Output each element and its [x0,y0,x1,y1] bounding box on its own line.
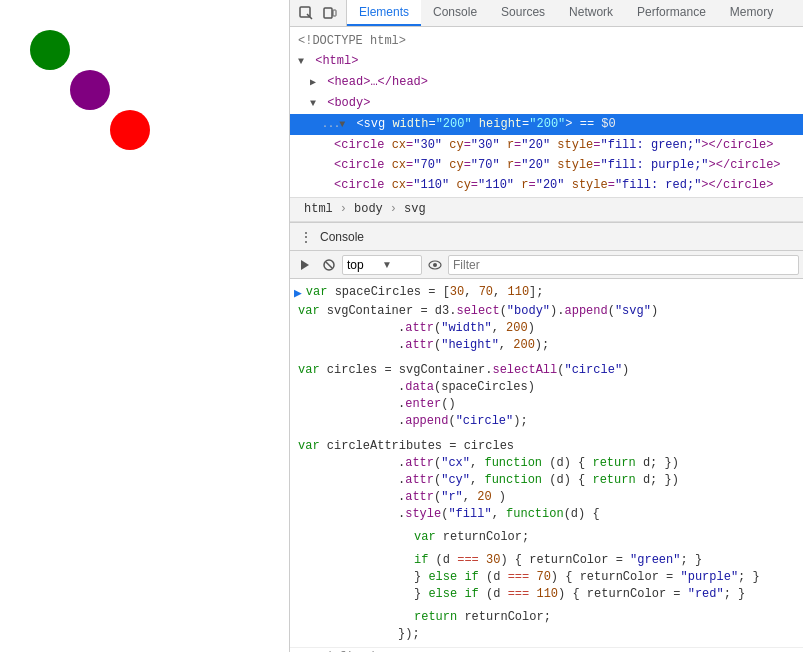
breadcrumb: html › body › svg [290,197,803,222]
expand-head[interactable] [310,74,320,92]
devtools-nav: Elements Console Sources Network Perform… [290,0,803,27]
breadcrumb-svg[interactable]: svg [398,200,432,218]
expand-svg[interactable] [339,116,349,134]
svg-line-9 [326,262,332,268]
console-output[interactable]: ▶ var spaceCircles = [30, 70, 110]; var … [290,279,803,652]
console-toolbar: top ▼ [290,251,803,279]
context-dropdown[interactable]: top ▼ [342,255,422,275]
console-header: ⋮ Console [290,223,803,251]
elem-doctype[interactable]: <!DOCTYPE html> [290,31,803,51]
expand-body[interactable] [310,95,320,113]
tab-elements[interactable]: Elements [347,0,421,26]
nav-tabs: Elements Console Sources Network Perform… [347,0,803,26]
svg-point-0 [30,30,70,70]
elem-circle-red[interactable]: <circle cx="110" cy="110" r="20" style="… [290,175,803,195]
svg-preview [20,20,220,220]
svg-point-1 [70,70,110,110]
nav-icons [290,0,347,26]
console-menu-icon[interactable]: ⋮ [298,229,314,245]
play-button[interactable] [294,254,316,276]
elem-body[interactable]: <body> [290,93,803,114]
console-section: ⋮ Console top ▼ [290,222,803,652]
stop-button[interactable] [318,254,340,276]
svg-marker-7 [301,260,309,270]
tab-sources[interactable]: Sources [489,0,557,26]
tab-performance[interactable]: Performance [625,0,718,26]
svg-point-2 [110,110,150,150]
elements-panel: <!DOCTYPE html> <html> <head>…</head> <b… [290,27,803,197]
svg-point-11 [433,263,437,267]
tab-memory[interactable]: Memory [718,0,785,26]
device-icon[interactable] [318,1,342,25]
filter-input[interactable] [448,255,799,275]
elem-circle-green[interactable]: <circle cx="30" cy="30" r="20" style="fi… [290,135,803,155]
console-result-undefined: undefined [290,647,803,652]
expand-arrow[interactable]: ▶ [294,285,302,301]
svg-rect-6 [333,10,336,16]
svg-canvas-panel [0,0,290,652]
console-tab-label: Console [320,230,364,244]
elem-circle-purple[interactable]: <circle cx="70" cy="70" r="20" style="fi… [290,155,803,175]
svg-rect-5 [324,8,332,18]
inspect-icon[interactable] [294,1,318,25]
chevron-down-icon: ▼ [382,259,417,270]
elem-svg[interactable]: ... <svg width="200" height="200"> == $0 [290,114,803,135]
elem-html[interactable]: <html> [290,51,803,72]
elem-head[interactable]: <head>…</head> [290,72,803,93]
expand-html[interactable] [298,53,308,71]
tab-network[interactable]: Network [557,0,625,26]
console-input-spacecircles: ▶ var spaceCircles = [30, 70, 110]; [290,283,803,303]
breadcrumb-body[interactable]: body [348,200,389,218]
eye-icon[interactable] [424,254,446,276]
devtools-panel: Elements Console Sources Network Perform… [290,0,803,652]
console-code-block: var svgContainer = d3.select("body").app… [290,303,803,643]
breadcrumb-html[interactable]: html [298,200,339,218]
tab-console[interactable]: Console [421,0,489,26]
